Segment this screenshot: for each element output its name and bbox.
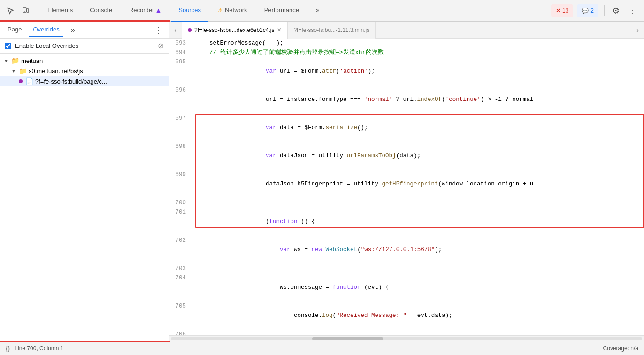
tab-page[interactable]: Page	[4, 23, 25, 37]
recorder-icon: ▲	[155, 7, 161, 14]
table-row: 702 var ws = new WebSocket("ws://127.0.0…	[169, 236, 644, 264]
file-label: ?f=fe-sso-fs:build/page/c...	[35, 78, 107, 85]
tab-elements[interactable]: Elements	[40, 0, 80, 22]
editor-tab-inactive[interactable]: ?f=fe-sso-fs:bu...-1.11.3.min.js	[288, 22, 376, 39]
settings-icon[interactable]: ⚙	[608, 4, 623, 18]
table-row: 705 console.log("Received Message: " + e…	[169, 301, 644, 330]
table-row: 695 var url = $Form.attr('action');	[169, 57, 644, 85]
left-panel: Page Overrides » ⋮ Enable Local Override…	[0, 22, 169, 341]
folder-icon2: 📁	[19, 67, 27, 75]
tree-item-file[interactable]: 📄 ?f=fe-sso-fs:build/page/c...	[0, 76, 169, 86]
folder-icon: 📁	[11, 57, 19, 64]
chevron-down-icon: ▼	[4, 58, 9, 63]
message-count: 2	[590, 8, 594, 14]
tab-overrides[interactable]: Overrides	[29, 23, 63, 37]
chevron-down-icon2: ▼	[11, 69, 17, 74]
table-row: 701 (function () {	[169, 208, 644, 236]
warning-icon: ⚠	[218, 7, 223, 14]
file-dot-icon	[188, 28, 192, 32]
code-scroll: 693 setErrorMessage( ); 694 // 统计多少人通过了前…	[169, 39, 644, 335]
toolbar-sep2	[604, 5, 605, 16]
tab-recorder[interactable]: Recorder ▲	[122, 0, 169, 22]
folder-label: meituan	[21, 57, 43, 64]
table-row: 704 ws.onmessage = function (evt) {	[169, 273, 644, 301]
table-row: 700	[169, 198, 644, 208]
cursor-position: Line 700, Column 1	[15, 345, 63, 352]
table-row: 693 setErrorMessage( );	[169, 39, 644, 48]
inspect-icon[interactable]	[4, 4, 17, 17]
editor-nav-right[interactable]: ›	[631, 22, 644, 39]
purple-dot-icon	[19, 79, 23, 83]
error-count: 13	[562, 8, 568, 14]
code-table: 693 setErrorMessage( ); 694 // 统计多少人通过了前…	[169, 39, 644, 335]
tab-label-2: ?f=fe-sso-fs:bu...-1.11.3.min.js	[293, 27, 369, 33]
overrides-row: Enable Local Overrides ⊘	[0, 39, 169, 54]
device-icon[interactable]	[19, 4, 32, 17]
table-row: 699 dataJson.h5Fingerprint = utility.get…	[169, 170, 644, 198]
enable-overrides-label: Enable Local Overrides	[15, 42, 154, 49]
status-right: Coverage: n/a	[603, 345, 638, 352]
toolbar-separator	[36, 5, 36, 16]
svg-rect-1	[27, 9, 29, 12]
table-row: 697 var data = $Form.serialize();	[169, 114, 644, 142]
scroll-thumb[interactable]	[312, 337, 383, 340]
tree-item-meituan[interactable]: ▼ 📁 meituan	[0, 55, 169, 66]
table-row: 703	[169, 264, 644, 273]
message-icon: 💬	[582, 8, 589, 14]
table-row: 706 if (evt.data == "exit") {	[169, 330, 644, 335]
panel-menu-icon[interactable]: ⋮	[153, 23, 165, 37]
tree-item-s0meituan[interactable]: ▼ 📁 s0.meituan.net/bs/js	[0, 66, 169, 76]
file-tree: ▼ 📁 meituan ▼ 📁 s0.meituan.net/bs/js 📄 ?…	[0, 54, 169, 88]
folder-label2: s0.meituan.net/bs/js	[29, 68, 83, 75]
panel-tabs: Page Overrides » ⋮	[0, 22, 169, 39]
status-bar: {} Line 700, Column 1 Coverage: n/a	[0, 341, 644, 355]
editor-tab-active[interactable]: ?f=fe-sso-fs:bu...dex.e6eb1c4.js ✕	[182, 22, 288, 39]
table-row: 694 // 统计多少人通过了前端校验并点击登录按钮—>发送xhr的次数	[169, 48, 644, 57]
enable-overrides-checkbox[interactable]	[5, 43, 11, 49]
error-x-icon: ✕	[556, 8, 560, 14]
coverage-label: Coverage: n/a	[603, 345, 638, 352]
tab-performance[interactable]: Performance	[257, 0, 307, 22]
editor-tabs: ‹ ?f=fe-sso-fs:bu...dex.e6eb1c4.js ✕ ?f=…	[169, 22, 644, 39]
tab-sources[interactable]: Sources	[171, 0, 208, 22]
more-options-icon[interactable]: ⋮	[625, 4, 640, 17]
panel-more-icon[interactable]: »	[69, 24, 77, 36]
code-area[interactable]: 693 setErrorMessage( ); 694 // 统计多少人通过了前…	[169, 39, 644, 335]
devtools-toolbar: Elements Console Recorder ▲ Sources ⚠ Ne…	[0, 0, 644, 22]
right-panel: ‹ ?f=fe-sso-fs:bu...dex.e6eb1c4.js ✕ ?f=…	[169, 22, 644, 341]
table-row: 696 url = instance.formType === 'normal'…	[169, 85, 644, 114]
tab-label-1: ?f=fe-sso-fs:bu...dex.e6eb1c4.js	[194, 27, 274, 33]
scroll-track[interactable]	[171, 337, 642, 340]
format-icon[interactable]: {}	[6, 345, 10, 352]
error-badge[interactable]: ✕ 13	[551, 4, 573, 17]
editor-nav-back[interactable]: ‹	[169, 22, 182, 39]
tab-more[interactable]: »	[308, 0, 327, 22]
tab-close-button[interactable]: ✕	[277, 27, 282, 33]
tab-network[interactable]: ⚠ Network	[210, 0, 255, 22]
block-icon[interactable]: ⊘	[158, 41, 164, 50]
tab-console[interactable]: Console	[82, 0, 120, 22]
main-content: Page Overrides » ⋮ Enable Local Override…	[0, 22, 644, 341]
status-left: {} Line 700, Column 1	[6, 345, 63, 352]
message-badge[interactable]: 💬 2	[577, 4, 598, 17]
table-row: 698 var dataJson = utility.urlParamsToOb…	[169, 142, 644, 170]
file-icon: 📄	[25, 77, 33, 85]
horizontal-scrollbar[interactable]	[169, 335, 644, 341]
